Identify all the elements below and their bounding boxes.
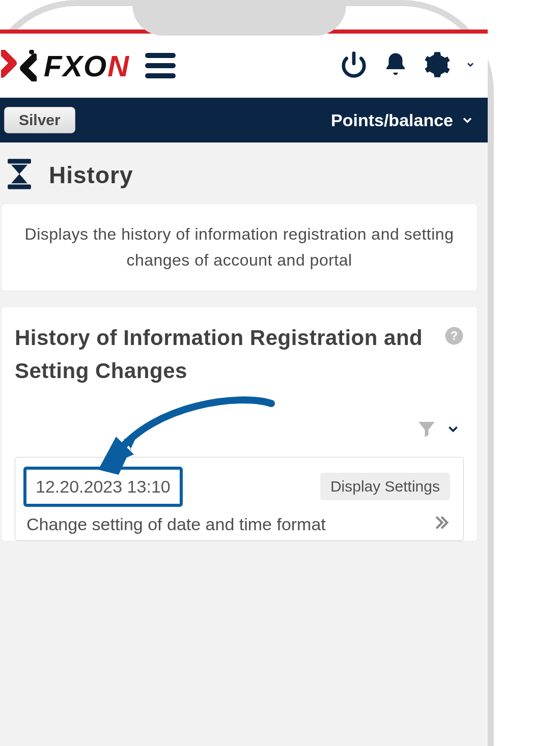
filter-row xyxy=(15,388,464,457)
hourglass-icon xyxy=(5,158,34,192)
header-actions xyxy=(340,51,475,80)
brand-logo-mark-icon xyxy=(1,50,37,81)
points-balance-label: Points/balance xyxy=(331,110,453,130)
tier-badge: Silver xyxy=(4,107,75,133)
chevron-down-icon[interactable] xyxy=(445,421,461,439)
app-header: FXON xyxy=(0,34,488,98)
section-header: History of Information Registration and … xyxy=(15,321,464,387)
svg-rect-2 xyxy=(8,185,31,189)
page-title: History xyxy=(49,161,133,189)
help-icon[interactable]: ? xyxy=(444,326,464,348)
app-screen: FXON xyxy=(0,30,488,746)
phone-notch xyxy=(132,0,346,36)
history-category-badge: Display Settings xyxy=(320,473,450,500)
history-action-text: Change setting of date and time format xyxy=(26,514,326,534)
history-row[interactable]: 12.20.2023 13:10 Display Settings Change… xyxy=(15,457,464,541)
history-timestamp: 12.20.2023 13:10 xyxy=(23,467,183,507)
phone-frame: FXON xyxy=(0,0,494,746)
page-title-row: History xyxy=(1,155,478,204)
page-content: History Displays the history of informat… xyxy=(0,142,488,541)
chevron-double-right-icon[interactable] xyxy=(433,514,450,535)
bell-icon[interactable] xyxy=(382,51,409,80)
brand-logo[interactable]: FXON xyxy=(1,49,130,83)
history-row-top: 12.20.2023 13:10 Display Settings xyxy=(15,457,463,511)
gear-icon[interactable] xyxy=(424,51,451,80)
brand-logo-text: FXON xyxy=(44,49,130,83)
chevron-down-icon[interactable] xyxy=(465,60,475,72)
filter-icon[interactable] xyxy=(416,418,437,442)
points-balance-toggle[interactable]: Points/balance xyxy=(331,110,474,130)
power-icon[interactable] xyxy=(340,51,368,80)
section-title: History of Information Registration and … xyxy=(15,321,439,387)
svg-rect-1 xyxy=(8,159,31,163)
svg-text:?: ? xyxy=(451,329,458,342)
menu-button[interactable] xyxy=(145,48,176,83)
history-section-card: History of Information Registration and … xyxy=(1,306,478,541)
account-subheader: Silver Points/balance xyxy=(0,98,488,142)
page-description-card: Displays the history of information regi… xyxy=(1,204,478,291)
chevron-down-icon xyxy=(460,113,474,127)
history-row-bottom: Change setting of date and time format xyxy=(15,511,463,540)
